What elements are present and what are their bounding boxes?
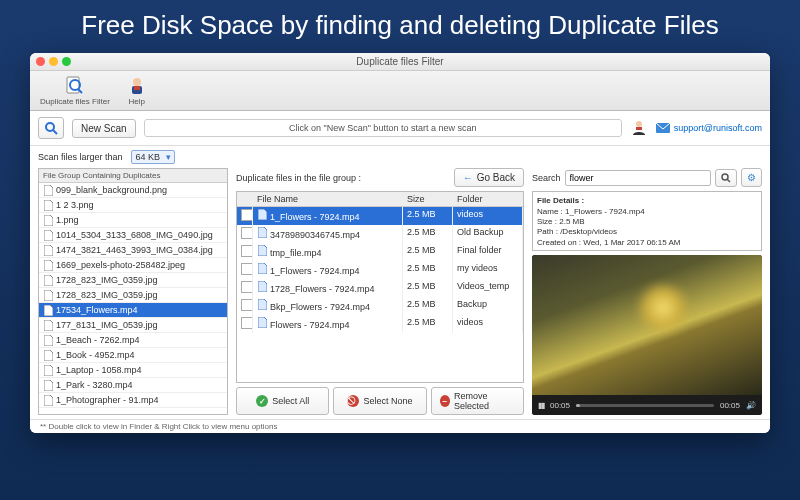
duplicates-column: Duplicate files in the file group : ← Go… [236,168,524,415]
svg-line-7 [53,130,57,134]
support-email: support@runisoft.com [674,123,762,133]
gear-icon: ⚙ [747,172,756,183]
remove-selected-button[interactable]: −Remove Selected [431,387,524,415]
support-avatar-icon [630,119,648,137]
app-window: Duplicate files Filter Duplicate files F… [30,53,770,433]
table-row[interactable]: 1_Flowers - 7924.mp42.5 MBmy videos [237,261,523,279]
arrow-left-icon: ← [463,172,473,183]
video-file-icon [257,299,267,309]
settings-button[interactable]: ⚙ [741,168,762,187]
file-icon [43,305,53,315]
magnifier-icon [44,121,58,135]
info-banner: Click on "New Scan" button to start a ne… [144,119,622,137]
detail-line: Created on : Wed, 1 Mar 2017 06:15 AM [537,238,757,248]
slash-circle-icon: ⃠ [347,395,359,407]
video-file-icon [257,227,267,237]
list-item[interactable]: 1728_823_IMG_0359.jpg [39,273,227,288]
top-bar: New Scan Click on "New Scan" button to s… [30,111,770,146]
video-preview: ▮▮ 00:05 00:05 🔊 [532,255,762,415]
video-file-icon [257,263,267,273]
file-icon [43,395,53,405]
go-back-button[interactable]: ← Go Back [454,168,524,187]
content: New Scan Click on "New Scan" button to s… [30,111,770,433]
support-link[interactable]: support@runisoft.com [656,123,762,133]
go-back-label: Go Back [477,172,515,183]
detail-line: Size : 2.5 MB [537,217,757,227]
file-icon [43,200,53,210]
list-item[interactable]: 1728_823_IMG_0359.jpg [39,288,227,303]
svg-point-6 [46,123,54,131]
minus-circle-icon: − [440,395,450,407]
checkbox[interactable] [241,299,253,311]
checkbox[interactable] [241,263,253,275]
file-icon [43,320,53,330]
checkbox[interactable] [241,209,253,221]
list-item[interactable]: 099_blank_background.png [39,183,227,198]
svg-line-12 [727,179,730,182]
list-item[interactable]: 1 2 3.png [39,198,227,213]
col-name[interactable]: File Name [253,192,403,206]
duplicates-label: Duplicate files in the file group : [236,173,361,183]
file-icon [43,260,53,270]
list-item[interactable]: 1_Laptop - 1058.mp4 [39,363,227,378]
select-all-label: Select All [272,396,309,406]
svg-rect-5 [134,86,140,90]
list-item[interactable]: 1.png [39,213,227,228]
search-go-button[interactable] [715,169,737,187]
search-label: Search [532,173,561,183]
list-item[interactable]: 1_Beach - 7262.mp4 [39,333,227,348]
list-item[interactable]: 1669_pexels-photo-258482.jpeg [39,258,227,273]
search-input[interactable] [565,170,711,186]
file-icon [43,380,53,390]
list-item[interactable]: 1_Photographer - 91.mp4 [39,393,227,408]
file-icon [43,245,53,255]
check-circle-icon: ✓ [256,395,268,407]
seek-bar[interactable] [576,404,714,407]
toolbar-item-help[interactable]: Help [122,75,152,106]
player-time-current: 00:05 [550,401,570,410]
video-file-icon [257,317,267,327]
checkbox[interactable] [241,317,253,329]
magnifier-icon [721,173,731,183]
details-heading: File Details : [537,196,757,206]
table-row[interactable]: Flowers - 7924.mp42.5 MBvideos [237,315,523,333]
groups-list[interactable]: File Group Containing Duplicates 099_bla… [38,168,228,415]
file-icon [43,230,53,240]
video-file-icon [257,281,267,291]
table-row[interactable]: tmp_file.mp42.5 MBFinal folder [237,243,523,261]
list-item[interactable]: 1_Park - 3280.mp4 [39,378,227,393]
help-person-icon [126,75,148,97]
checkbox[interactable] [241,281,253,293]
list-item[interactable]: 1474_3821_4463_3993_IMG_0384.jpg [39,243,227,258]
col-folder[interactable]: Folder [453,192,523,206]
list-item[interactable]: 17534_Flowers.mp4 [39,303,227,318]
file-icon [43,275,53,285]
select-all-button[interactable]: ✓Select All [236,387,329,415]
size-select[interactable]: 64 KB [131,150,176,164]
groups-column: File Group Containing Duplicates 099_bla… [38,168,228,415]
list-item[interactable]: 1014_5304_3133_6808_IMG_0490.jpg [39,228,227,243]
table-row[interactable]: 34789890346745.mp42.5 MBOld Backup [237,225,523,243]
video-file-icon [257,209,267,219]
list-item[interactable]: 177_8131_IMG_0539.jpg [39,318,227,333]
toolbar-item-filter[interactable]: Duplicate files Filter [36,75,114,106]
list-item[interactable]: 1_Book - 4952.mp4 [39,348,227,363]
file-icon [43,185,53,195]
checkbox[interactable] [241,227,253,239]
pause-icon[interactable]: ▮▮ [538,401,544,410]
new-scan-button[interactable]: New Scan [72,119,136,138]
table-row[interactable]: 1_Flowers - 7924.mp42.5 MBvideos [237,207,523,225]
mail-icon [656,123,670,133]
file-icon [43,290,53,300]
table-row[interactable]: Bkp_Flowers - 7924.mp42.5 MBBackup [237,297,523,315]
table-row[interactable]: 1728_Flowers - 7924.mp42.5 MBVideos_temp [237,279,523,297]
table-header: File Name Size Folder [237,192,523,207]
player-controls: ▮▮ 00:05 00:05 🔊 [532,395,762,415]
select-none-button[interactable]: ⃠Select None [333,387,426,415]
volume-icon[interactable]: 🔊 [746,401,756,410]
search-button[interactable] [38,117,64,139]
col-size[interactable]: Size [403,192,453,206]
duplicates-table[interactable]: File Name Size Folder 1_Flowers - 7924.m… [236,191,524,383]
checkbox[interactable] [241,245,253,257]
toolbar-label: Help [129,97,145,106]
